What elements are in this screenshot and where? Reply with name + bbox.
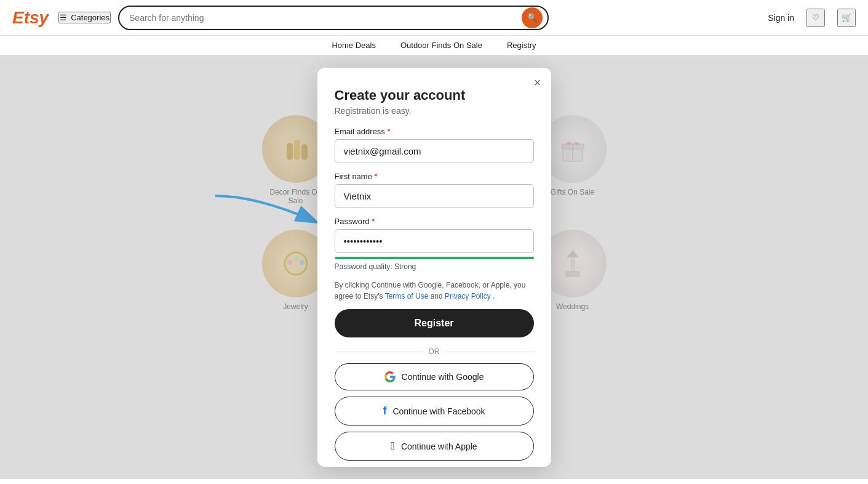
- terms-link[interactable]: Terms of Use: [385, 292, 429, 300]
- nav-outdoor[interactable]: Outdoor Finds On Sale: [400, 41, 482, 50]
- email-group: Email address *: [335, 127, 534, 163]
- email-label: Email address *: [335, 127, 534, 136]
- facebook-button[interactable]: f Continue with Facebook: [335, 397, 534, 426]
- privacy-link[interactable]: Privacy Policy: [445, 292, 491, 300]
- categories-label: Categories: [71, 13, 109, 22]
- etsy-logo[interactable]: Etsy: [12, 8, 49, 28]
- email-input[interactable]: [335, 139, 534, 163]
- page-background: Shop more! Decor Finds On Sale Outdoor F…: [0, 55, 868, 479]
- search-button[interactable]: 🔍: [522, 7, 543, 28]
- apple-label: Continue with Apple: [401, 442, 477, 451]
- or-line-right: [446, 352, 534, 352]
- registration-modal: × Create your account Registration is ea…: [317, 68, 551, 467]
- modal-overlay: × Create your account Registration is ea…: [0, 55, 868, 479]
- or-label: OR: [429, 347, 440, 356]
- password-strength-bar: [335, 257, 534, 259]
- modal-subtitle: Registration is easy.: [335, 106, 534, 116]
- google-icon: [384, 371, 396, 382]
- terms-text: By clicking Continue with Google, Facebo…: [335, 280, 534, 302]
- header-right: Sign in ♡ 🛒: [768, 9, 856, 27]
- search-input[interactable]: [129, 13, 522, 23]
- heart-icon: ♡: [812, 13, 819, 22]
- sign-in-link[interactable]: Sign in: [768, 13, 794, 23]
- cart-button[interactable]: 🛒: [837, 9, 856, 27]
- nav-registry[interactable]: Registry: [507, 41, 536, 50]
- email-required: *: [388, 127, 391, 136]
- facebook-label: Continue with Facebook: [392, 406, 485, 416]
- firstname-input[interactable]: [335, 184, 534, 208]
- apple-icon: : [391, 440, 395, 453]
- google-label: Continue with Google: [402, 372, 484, 382]
- password-group: Password * Password quality: Strong: [335, 217, 534, 271]
- nav-home-deals[interactable]: Home Deals: [332, 41, 376, 50]
- search-icon: 🔍: [527, 13, 538, 22]
- facebook-icon: f: [383, 405, 386, 417]
- apple-button[interactable]:  Continue with Apple: [335, 432, 534, 461]
- favorites-button[interactable]: ♡: [806, 9, 825, 27]
- modal-close-button[interactable]: ×: [534, 76, 541, 89]
- firstname-required: *: [375, 172, 378, 181]
- password-input[interactable]: [335, 229, 534, 253]
- cart-icon: 🛒: [842, 13, 852, 22]
- hamburger-icon: ☰: [60, 13, 67, 22]
- or-line-left: [335, 352, 423, 352]
- password-quality-text: Password quality: Strong: [335, 262, 534, 271]
- search-bar: 🔍: [118, 6, 549, 30]
- modal-title: Create your account: [335, 87, 534, 103]
- or-divider: OR: [335, 347, 534, 356]
- firstname-group: First name *: [335, 172, 534, 208]
- password-label: Password *: [335, 217, 534, 226]
- categories-button[interactable]: ☰ Categories: [58, 12, 111, 23]
- register-button[interactable]: Register: [335, 309, 534, 337]
- header: Etsy ☰ Categories 🔍 Sign in ♡ 🛒: [0, 0, 868, 36]
- google-button[interactable]: Continue with Google: [335, 363, 534, 390]
- password-required: *: [372, 217, 375, 226]
- firstname-label: First name *: [335, 172, 534, 181]
- nav-bar: Home Deals Outdoor Finds On Sale Registr…: [0, 36, 868, 55]
